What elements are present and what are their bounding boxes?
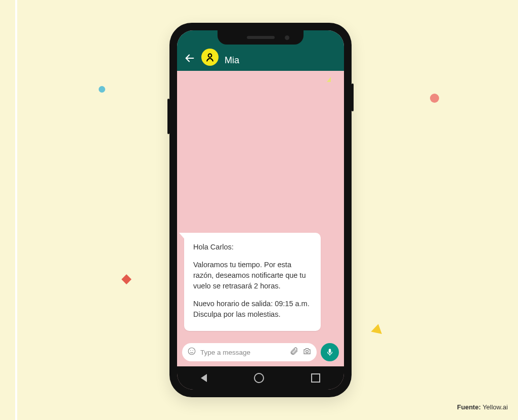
svg-point-4 — [193, 350, 194, 351]
phone-notch — [218, 30, 304, 45]
arrow-left-icon — [184, 53, 195, 64]
camera-icon[interactable] — [303, 347, 312, 358]
contact-avatar[interactable] — [201, 49, 219, 66]
android-nav-bar — [177, 366, 344, 390]
person-icon — [205, 52, 215, 62]
front-camera — [285, 35, 289, 40]
speaker-grille — [247, 36, 275, 39]
svg-rect-6 — [329, 355, 330, 356]
source-value: Yellow.ai — [483, 403, 508, 411]
message-line-2: Valoramos tu tiempo. Por esta razón, des… — [193, 260, 312, 291]
message-line-3: Nuevo horario de salida: 09:15 a.m. Disc… — [193, 299, 312, 320]
attach-icon[interactable] — [289, 347, 298, 358]
contact-name: Mia — [225, 55, 239, 66]
message-input[interactable]: Type a message — [182, 343, 317, 361]
decoration-yellow-triangle — [371, 323, 383, 334]
decoration-tiny-arrow — [327, 77, 331, 82]
svg-point-3 — [190, 350, 191, 351]
message-line-1: Hola Carlos: — [193, 242, 312, 253]
page-left-strip — [15, 0, 17, 420]
decoration-blue-dot — [99, 86, 105, 93]
input-row: Type a message — [177, 339, 344, 366]
nav-back-button[interactable] — [201, 374, 207, 382]
svg-point-1 — [208, 54, 212, 57]
phone-frame: Mia Hola Carlos: Valoramos tu tiempo. Po… — [169, 23, 352, 397]
back-button[interactable] — [184, 53, 195, 66]
phone-screen: Mia Hola Carlos: Valoramos tu tiempo. Po… — [177, 30, 344, 390]
message-bubble: Hola Carlos: Valoramos tu tiempo. Por es… — [184, 233, 321, 331]
svg-point-5 — [306, 350, 309, 353]
mic-button[interactable] — [321, 343, 339, 361]
chat-body[interactable]: Hola Carlos: Valoramos tu tiempo. Por es… — [177, 71, 344, 339]
message-input-placeholder: Type a message — [200, 349, 285, 356]
nav-home-button[interactable] — [254, 373, 264, 383]
svg-point-2 — [188, 348, 195, 355]
source-credit: Fuente: Yellow.ai — [457, 403, 508, 411]
decoration-red-diamond — [121, 274, 132, 284]
decoration-pink-dot — [430, 94, 439, 103]
nav-recent-button[interactable] — [311, 373, 320, 383]
mic-icon — [325, 348, 334, 357]
emoji-icon[interactable] — [187, 347, 196, 358]
source-label: Fuente: — [457, 403, 481, 411]
